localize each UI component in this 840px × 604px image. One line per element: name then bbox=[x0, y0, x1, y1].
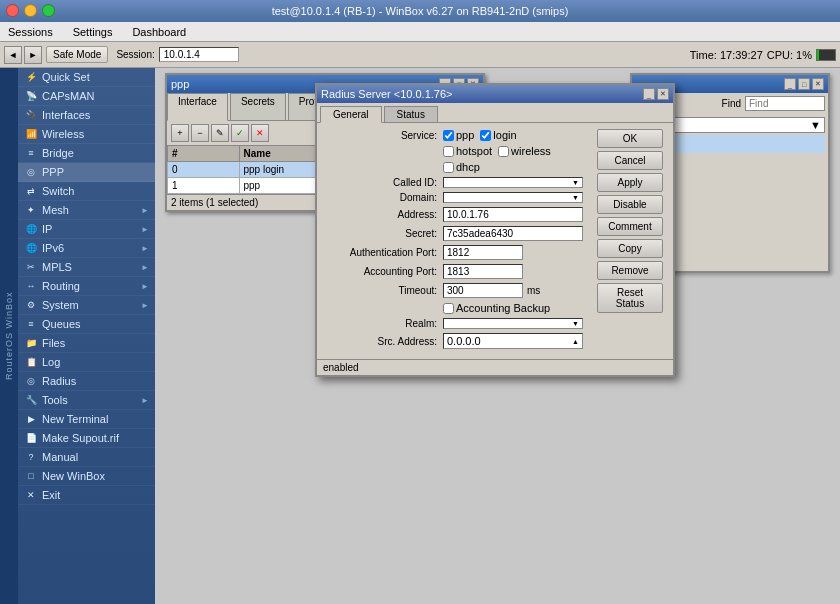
maximize-btn[interactable] bbox=[42, 4, 55, 17]
sidebar-item-ppp[interactable]: ◎ PPP bbox=[18, 163, 155, 182]
called-id-arrow: ▼ bbox=[572, 179, 579, 186]
sidebar-item-quickset[interactable]: ⚡ Quick Set bbox=[18, 68, 155, 87]
called-id-input[interactable]: ▼ bbox=[443, 177, 583, 188]
sidebar-item-log[interactable]: 📋 Log bbox=[18, 353, 155, 372]
sidebar-item-mpls[interactable]: ✂ MPLS ► bbox=[18, 258, 155, 277]
sidebar-item-bridge[interactable]: ≡ Bridge bbox=[18, 144, 155, 163]
sidebar-item-switch[interactable]: ⇄ Switch bbox=[18, 182, 155, 201]
ppp-check-btn[interactable]: ✓ bbox=[231, 124, 249, 142]
ppp-tab-secrets[interactable]: Secrets bbox=[230, 93, 286, 120]
sidebar-item-system[interactable]: ⚙ System ► bbox=[18, 296, 155, 315]
ppp-add-btn[interactable]: + bbox=[171, 124, 189, 142]
row-num: 0 bbox=[168, 162, 240, 178]
dialog-buttons: OK Cancel Apply Disable Comment Copy Rem… bbox=[597, 129, 667, 353]
dhcp-label: dhcp bbox=[456, 161, 480, 173]
minimize-btn[interactable] bbox=[24, 4, 37, 17]
acct-port-input[interactable] bbox=[443, 264, 523, 279]
src-address-input[interactable]: 0.0.0.0 ▲ bbox=[443, 333, 583, 349]
capsman-icon: 📡 bbox=[24, 91, 38, 101]
radius-window-controls[interactable]: _ ✕ bbox=[643, 88, 669, 100]
right-minimize[interactable]: _ bbox=[784, 78, 796, 90]
service-checkboxes2: hotspot wireless bbox=[443, 145, 551, 157]
reset-status-button[interactable]: Reset Status bbox=[597, 283, 663, 313]
right-close[interactable]: ✕ bbox=[812, 78, 824, 90]
menu-dashboard[interactable]: Dashboard bbox=[128, 25, 190, 39]
timeout-input[interactable] bbox=[443, 283, 523, 298]
realm-input[interactable]: ▼ bbox=[443, 318, 583, 329]
apply-button[interactable]: Apply bbox=[597, 173, 663, 192]
service-ppp-item[interactable]: ppp bbox=[443, 129, 474, 141]
sidebar-item-ip[interactable]: 🌐 IP ► bbox=[18, 220, 155, 239]
domain-input[interactable]: ▼ bbox=[443, 192, 583, 203]
menu-settings[interactable]: Settings bbox=[69, 25, 117, 39]
ppp-edit-btn[interactable]: ✎ bbox=[211, 124, 229, 142]
wireless-label: wireless bbox=[511, 145, 551, 157]
right-window-controls[interactable]: _ □ ✕ bbox=[784, 78, 824, 90]
acct-backup-item[interactable]: Accounting Backup bbox=[443, 302, 550, 314]
service-login-checkbox[interactable] bbox=[480, 130, 491, 141]
close-btn[interactable] bbox=[6, 4, 19, 17]
service-dhcp-checkbox[interactable] bbox=[443, 162, 454, 173]
service-wireless-item[interactable]: wireless bbox=[498, 145, 551, 157]
radius-tab-general[interactable]: General bbox=[320, 106, 382, 123]
sidebar-item-new-winbox[interactable]: □ New WinBox bbox=[18, 467, 155, 486]
time-display: Time: 17:39:27 CPU: 1% bbox=[690, 49, 836, 61]
comment-button[interactable]: Comment bbox=[597, 217, 663, 236]
remove-button[interactable]: Remove bbox=[597, 261, 663, 280]
service-login-item[interactable]: login bbox=[480, 129, 516, 141]
nav-buttons[interactable]: ◄ ► bbox=[4, 46, 42, 64]
auth-port-input[interactable] bbox=[443, 245, 523, 260]
realm-arrow: ▼ bbox=[572, 320, 579, 327]
copy-button[interactable]: Copy bbox=[597, 239, 663, 258]
right-maximize[interactable]: □ bbox=[798, 78, 810, 90]
service-hotspot-item[interactable]: hotspot bbox=[443, 145, 492, 157]
sidebar-item-tools[interactable]: 🔧 Tools ► bbox=[18, 391, 155, 410]
title-bar: test@10.0.1.4 (RB-1) - WinBox v6.27 on R… bbox=[0, 0, 840, 22]
right-dropdown-arrow: ▼ bbox=[810, 119, 821, 131]
disable-button[interactable]: Disable bbox=[597, 195, 663, 214]
ok-button[interactable]: OK bbox=[597, 129, 663, 148]
service-checkboxes: ppp login bbox=[443, 129, 517, 141]
radius-minimize[interactable]: _ bbox=[643, 88, 655, 100]
ppp-cross-btn[interactable]: ✕ bbox=[251, 124, 269, 142]
cancel-button[interactable]: Cancel bbox=[597, 151, 663, 170]
address-row: Address: bbox=[323, 207, 591, 222]
new-winbox-icon: □ bbox=[24, 471, 38, 481]
sidebar-item-terminal[interactable]: ▶ New Terminal bbox=[18, 410, 155, 429]
acct-backup-checkbox[interactable] bbox=[443, 303, 454, 314]
ppp-tab-interface[interactable]: Interface bbox=[167, 93, 228, 121]
session-input[interactable] bbox=[159, 47, 239, 62]
sidebar-item-mesh[interactable]: ✦ Mesh ► bbox=[18, 201, 155, 220]
service-hotspot-checkbox[interactable] bbox=[443, 146, 454, 157]
menu-sessions[interactable]: Sessions bbox=[4, 25, 57, 39]
service-checkboxes3: dhcp bbox=[443, 161, 480, 173]
sidebar-item-ipv6[interactable]: 🌐 IPv6 ► bbox=[18, 239, 155, 258]
service-dhcp-item[interactable]: dhcp bbox=[443, 161, 480, 173]
service-row3: dhcp bbox=[323, 161, 591, 173]
sidebar-item-interfaces[interactable]: 🔌 Interfaces bbox=[18, 106, 155, 125]
sidebar-item-supout[interactable]: 📄 Make Supout.rif bbox=[18, 429, 155, 448]
radius-dialog-title: Radius Server <10.0.1.76> _ ✕ bbox=[317, 85, 673, 103]
sidebar-item-exit[interactable]: ✕ Exit bbox=[18, 486, 155, 505]
src-address-row: Src. Address: 0.0.0.0 ▲ bbox=[323, 333, 591, 349]
service-ppp-checkbox[interactable] bbox=[443, 130, 454, 141]
sidebar-item-wireless[interactable]: 📶 Wireless bbox=[18, 125, 155, 144]
forward-button[interactable]: ► bbox=[24, 46, 42, 64]
log-icon: 📋 bbox=[24, 357, 38, 367]
ppp-remove-btn[interactable]: − bbox=[191, 124, 209, 142]
address-input[interactable] bbox=[443, 207, 583, 222]
find-input[interactable] bbox=[745, 96, 825, 111]
sidebar-item-capsman[interactable]: 📡 CAPsMAN bbox=[18, 87, 155, 106]
service-wireless-checkbox[interactable] bbox=[498, 146, 509, 157]
sidebar-item-queues[interactable]: ≡ Queues bbox=[18, 315, 155, 334]
secret-input[interactable] bbox=[443, 226, 583, 241]
back-button[interactable]: ◄ bbox=[4, 46, 22, 64]
sidebar-item-routing[interactable]: ↔ Routing ► bbox=[18, 277, 155, 296]
sidebar-item-radius[interactable]: ◎ Radius bbox=[18, 372, 155, 391]
window-controls[interactable] bbox=[6, 4, 55, 17]
radius-tab-status[interactable]: Status bbox=[384, 106, 438, 122]
radius-close[interactable]: ✕ bbox=[657, 88, 669, 100]
sidebar-item-files[interactable]: 📁 Files bbox=[18, 334, 155, 353]
safe-mode-button[interactable]: Safe Mode bbox=[46, 46, 108, 63]
sidebar-item-manual[interactable]: ? Manual bbox=[18, 448, 155, 467]
